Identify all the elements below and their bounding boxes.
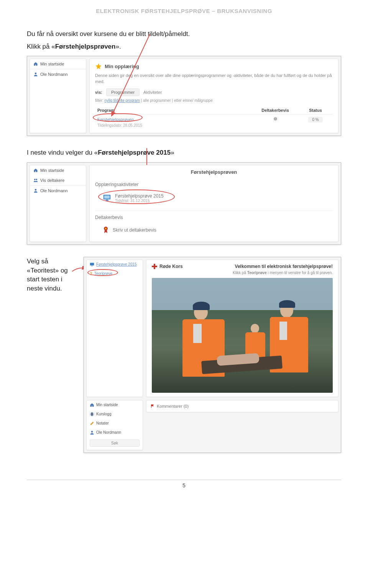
p3-main: Røde Kors Velkommen til elektronisk førs… (146, 260, 338, 397)
home-icon (33, 62, 38, 66)
svg-point-4 (34, 179, 36, 180)
col-deltakerbevis: Deltakerbevis (252, 108, 298, 113)
filter-link-3[interactable]: etter emne/ målgruppe (174, 98, 213, 103)
table-header: Program Deltakerbevis Status (95, 106, 333, 114)
p3-sub-bold: Teoriprøve (247, 271, 267, 275)
svg-rect-9 (106, 200, 108, 201)
svg-point-5 (36, 179, 37, 180)
svg-point-18 (91, 431, 93, 433)
p3b-kurslogg-label: Kurslogg (96, 412, 111, 416)
p2-sidebar-user[interactable]: Ole Nordmann (30, 185, 86, 196)
p1-content: Min opplæring Denne siden gir deg en ove… (89, 59, 338, 133)
intro-post: ». (115, 43, 121, 50)
sidebar-user[interactable]: Ole Nordmann (30, 69, 86, 79)
r3-l4: neste vindu. (27, 285, 62, 292)
filter-label: filter: (95, 98, 104, 103)
sidebar-home[interactable]: Min startside (30, 59, 86, 69)
p2-sidebar-deltakere[interactable]: Vis deltakere (30, 175, 86, 185)
p3-link-teori[interactable]: ? Teoriprøve (87, 269, 143, 278)
svg-point-6 (35, 189, 37, 191)
page-header: ELEKTRONISK FØRSTEHJELPSPRØVE – BRUKSANV… (27, 8, 341, 14)
home-icon (90, 403, 94, 407)
user-icon (33, 72, 38, 77)
filter-link-1[interactable]: nylig tildelte program (104, 98, 140, 103)
vis-label: vis: (95, 90, 102, 95)
p1-title: Min opplæring (105, 64, 139, 69)
screenshot-1: Min startside Ole Nordmann Min opplæring… (27, 56, 341, 136)
svg-rect-14 (92, 266, 93, 266)
filter-link-2[interactable]: alle programmer (143, 98, 171, 103)
user-icon (90, 430, 94, 435)
monitor-icon (103, 194, 111, 202)
ribbon-icon (103, 226, 109, 234)
page-footer: 5 (27, 480, 341, 488)
p2-title: Førstehjelpsprøven (95, 169, 333, 175)
intro-pre: Klikk på « (27, 43, 55, 50)
print-row[interactable]: Skriv ut deltakerbevis (95, 224, 333, 236)
activity-deadline: Tidsfrist: 31.12.2015 (115, 199, 164, 203)
p3b-user[interactable]: Ole Nordmann (87, 428, 143, 437)
p3-link-course[interactable]: Førstehjelpsprøve 2015 (87, 260, 143, 269)
p3-sub-post: i menyen til venstre for å gå til prøven… (267, 271, 333, 275)
svg-point-2 (274, 118, 276, 120)
brand-text: Røde Kors (159, 264, 183, 269)
screenshot-2: Min startside Vis deltakere Ole Nordmann… (27, 162, 341, 245)
question-icon: ? (90, 271, 92, 276)
col-status: Status (298, 108, 333, 113)
comments-bar[interactable]: Kommentarer (0) (146, 400, 338, 412)
p1-sidebar: Min startside Ole Nordmann (30, 59, 86, 133)
page-number: 5 (182, 482, 186, 488)
mid-bold: Førstehjelpsprøve 2015 (98, 149, 171, 156)
r3-l2post: » og (55, 267, 68, 274)
r3-l1: Velg så (27, 258, 48, 265)
p3-headline: Velkommen til elektronisk førstehjelpspr… (186, 264, 333, 269)
activity-row[interactable]: Førstehjelpsprøve 2015 Tidsfrist: 31.12.… (95, 191, 333, 205)
hero-photo (152, 278, 333, 393)
mid-text: I neste vindu velger du «Førstehjelpsprø… (27, 148, 341, 158)
p3b-home-label: Min startside (96, 403, 118, 407)
p2-sidebar-home[interactable]: Min startside (30, 165, 86, 175)
p3-link1-label: Førstehjelpsprøve 2015 (96, 262, 137, 266)
p2-deltakere-label: Vis deltakere (40, 178, 64, 183)
col-program: Program (97, 108, 252, 113)
rode-kors-logo: Røde Kors (152, 264, 183, 269)
intro-line1: Du får nå oversikt over kursene du er bl… (27, 29, 341, 39)
svg-point-12 (105, 228, 107, 229)
comments-label: Kommentarer (0) (157, 404, 189, 408)
filter-line: filter: nylig tildelte program | alle pr… (95, 98, 333, 103)
p3-subtitle: Klikk på Teoriprøve i menyen til venstre… (152, 271, 333, 275)
sidebar-user-label: Ole Nordmann (40, 72, 68, 77)
users-icon (33, 178, 38, 183)
mid-post: » (171, 149, 174, 156)
program-link[interactable]: Førstehjelpsprøven (97, 117, 134, 122)
p3-link2-label: Teoriprøve (94, 271, 112, 276)
tab-aktiviteter[interactable]: Aktiviteter (143, 90, 162, 95)
svg-rect-8 (104, 196, 110, 199)
tab-programmer[interactable]: Programmer (106, 88, 140, 96)
p3-course-nav: Førstehjelpsprøve 2015 ? Teoriprøve (86, 260, 143, 397)
table-row[interactable]: Førstehjelpsprøven 0 % (95, 114, 333, 122)
screenshot-3: Førstehjelpsprøve 2015 ? Teoriprøve Røde… (84, 257, 341, 453)
p3-nav-bottom: Min startside Kurslogg Notater Ole Nordm… (86, 400, 143, 450)
intro-bold: Førstehjelpsprøven (55, 43, 116, 50)
flag-icon (150, 404, 154, 408)
p1-toolbar: vis: Programmer Aktiviteter (95, 88, 333, 96)
p3b-home[interactable]: Min startside (87, 400, 143, 410)
p1-desc: Denne siden gir deg en oversikt over all… (95, 73, 333, 85)
star-icon (95, 63, 102, 70)
r3-l3: start testen i (27, 276, 62, 283)
sidebar-home-label: Min startside (40, 62, 64, 66)
search-button[interactable]: Søk (90, 439, 140, 447)
p2-sidebar: Min startside Vis deltakere Ole Nordmann (30, 165, 86, 242)
cross-icon (152, 264, 157, 269)
p3b-kurslogg[interactable]: Kurslogg (87, 410, 143, 419)
svg-rect-13 (90, 263, 94, 265)
home-icon (33, 168, 38, 173)
svg-rect-10 (105, 201, 108, 201)
p3b-notater[interactable]: Notater (87, 419, 143, 428)
p3-sub-pre: Klikk på (233, 271, 247, 275)
gear-icon (273, 117, 278, 121)
row3-instruction: Velg så «Teoritest» og start testen i ne… (27, 257, 77, 293)
monitor-icon (90, 262, 94, 267)
p2-section-dbevis: Deltakerbevis (95, 215, 333, 220)
